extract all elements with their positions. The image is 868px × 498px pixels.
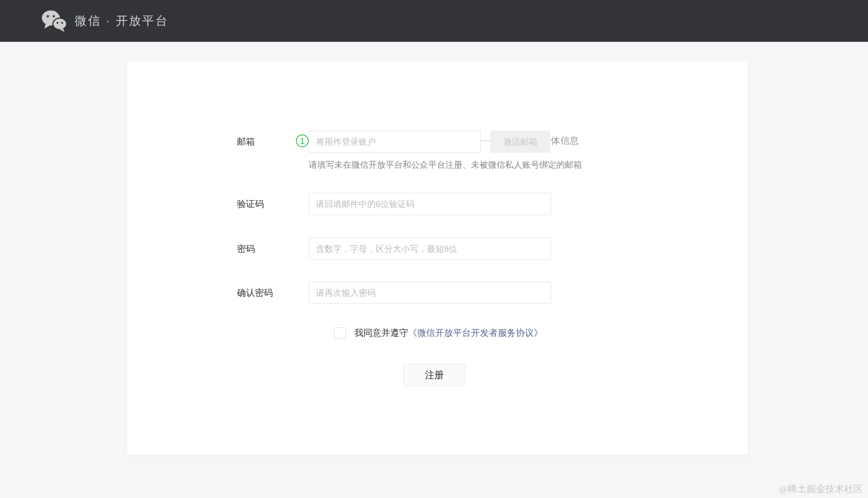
confirm-password-label: 确认密码 <box>237 282 273 304</box>
password-row: 密码 <box>127 238 748 260</box>
activate-email-button[interactable]: 激活邮箱 <box>490 131 550 153</box>
agreement-prefix: 我同意并遵守 <box>354 328 408 338</box>
password-input[interactable] <box>309 238 551 260</box>
agreement-row: 我同意并遵守《微信开放平台开发者服务协议》 <box>334 326 543 339</box>
header-title: 微信 · 开放平台 <box>75 13 169 29</box>
confirm-password-input[interactable] <box>309 282 551 304</box>
email-helper-text: 请填写未在微信开放平台和公众平台注册、未被微信私人账号绑定的邮箱 <box>309 159 582 171</box>
verification-code-label: 验证码 <box>237 193 264 215</box>
email-row: 邮箱 激活邮箱 <box>127 131 748 153</box>
registration-card: 1 填写基本信息 2 登记主体信息 3 确认主体信息 邮箱 激活邮箱 请填写未在… <box>127 61 748 455</box>
verification-code-row: 验证码 <box>127 193 748 215</box>
password-label: 密码 <box>237 238 255 260</box>
wechat-logo-icon <box>41 9 68 32</box>
agreement-checkbox[interactable] <box>334 327 346 339</box>
email-label: 邮箱 <box>237 131 255 153</box>
agreement-text: 我同意并遵守《微信开放平台开发者服务协议》 <box>354 327 543 339</box>
confirm-password-row: 确认密码 <box>127 282 748 304</box>
register-button[interactable]: 注册 <box>403 364 465 386</box>
verification-code-input[interactable] <box>309 193 551 215</box>
watermark: @稀土掘金技术社区 <box>779 483 863 495</box>
top-header: 微信 · 开放平台 <box>0 0 868 42</box>
agreement-link[interactable]: 《微信开放平台开发者服务协议》 <box>408 328 543 338</box>
email-input[interactable] <box>309 131 481 153</box>
